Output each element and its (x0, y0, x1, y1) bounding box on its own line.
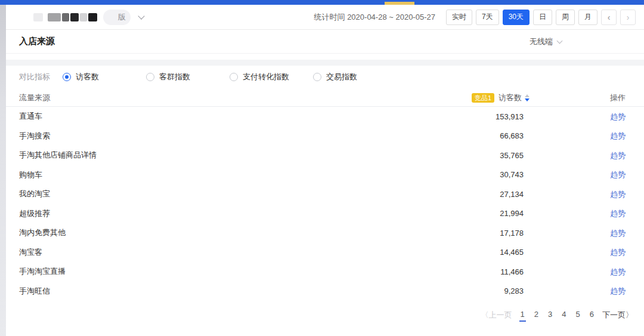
trend-link[interactable]: 趋势 (610, 131, 626, 140)
radio-icon (313, 73, 321, 81)
page-number-5[interactable]: 5 (575, 309, 581, 322)
chevron-down-icon[interactable] (138, 13, 144, 19)
trend-link[interactable]: 趋势 (610, 170, 626, 179)
radio-label: 客群指数 (159, 72, 190, 82)
range-button-month[interactable]: 月 (578, 10, 597, 25)
pagination: 〈上一页 1 2 3 4 5 6 下一页〉 (481, 307, 644, 323)
trend-link[interactable]: 趋势 (610, 151, 626, 160)
sort-asc-icon (525, 94, 530, 97)
source-cell: 手淘其他店铺商品详情 (19, 150, 428, 161)
radio-customer-index[interactable]: 客群指数 (146, 72, 230, 82)
source-cell: 我的淘宝 (19, 189, 428, 199)
sort-icon[interactable] (525, 94, 530, 101)
source-cell: 超级推荐 (19, 208, 428, 219)
page-number-2[interactable]: 2 (533, 309, 540, 322)
visitors-cell: 30,743 (428, 170, 524, 179)
redaction-block (48, 13, 61, 21)
top-accent-bar (0, 0, 644, 5)
shop-version-pill: 版 (103, 10, 131, 25)
visitors-cell: 35,765 (428, 151, 524, 160)
table-row: 手淘搜索 66,683 趋势 (6, 127, 644, 146)
table-row: 手淘其他店铺商品详情 35,765 趋势 (6, 146, 644, 165)
trend-link[interactable]: 趋势 (610, 286, 626, 295)
radio-label: 支付转化指数 (243, 72, 289, 82)
table-row: 淘宝客 14,465 趋势 (6, 243, 644, 263)
range-button-day[interactable]: 日 (533, 10, 552, 25)
visitors-cell: 21,994 (428, 209, 524, 218)
radio-trade-index[interactable]: 交易指数 (313, 72, 397, 82)
source-cell: 淘内免费其他 (19, 227, 428, 238)
radio-visitors[interactable]: 访客数 (63, 72, 146, 82)
device-filter-dropdown[interactable]: 无线端 (530, 36, 562, 47)
visitors-cell: 17,178 (428, 229, 524, 238)
competitor-badge: 竞品1 (472, 93, 494, 103)
column-source: 流量来源 (19, 93, 472, 103)
table-header: 流量来源 竞品1 访客数 操作 (6, 90, 644, 107)
table-row: 淘内免费其他 17,178 趋势 (6, 223, 644, 243)
radio-label: 访客数 (76, 72, 99, 82)
source-cell: 淘宝客 (19, 247, 428, 258)
section-header: 入店来源 无线端 (6, 30, 644, 54)
redacted-shop-name[interactable]: 版 (33, 10, 144, 25)
range-button-7d[interactable]: 7天 (476, 10, 499, 25)
column-action: 操作 (600, 93, 636, 103)
next-page-button[interactable]: 下一页〉 (602, 310, 633, 320)
page-number-6[interactable]: 6 (589, 309, 595, 322)
source-cell: 手淘淘宝直播 (19, 266, 428, 277)
table-row: 手淘旺信 9,283 趋势 (6, 282, 644, 301)
range-button-realtime[interactable]: 实时 (446, 10, 472, 25)
sort-desc-icon (525, 98, 530, 101)
page-edge-strip (0, 5, 6, 336)
table-row: 超级推荐 21,994 趋势 (6, 204, 644, 224)
visitors-cell: 9,283 (428, 286, 524, 295)
range-button-30d[interactable]: 30天 (503, 10, 530, 25)
source-cell: 直通车 (19, 111, 428, 122)
trend-link[interactable]: 趋势 (610, 190, 626, 199)
trend-link[interactable]: 趋势 (610, 229, 626, 238)
device-filter-value: 无线端 (530, 36, 553, 47)
prev-page-button[interactable]: 〈上一页 (481, 310, 512, 320)
redaction-block (70, 13, 79, 21)
source-cell: 购物车 (19, 169, 428, 180)
source-cell: 手淘搜索 (19, 131, 428, 141)
visitors-cell: 66,683 (428, 131, 524, 140)
radio-icon (63, 73, 71, 81)
source-cell: 手淘旺信 (19, 286, 428, 297)
prev-period-button[interactable]: ‹ (601, 10, 617, 25)
chevron-down-icon (557, 38, 563, 44)
compare-metric-label: 对比指标 (19, 72, 63, 82)
analytics-page: 版 统计时间 2020-04-28 ~ 2020-05-27 实时 7天 30天… (0, 0, 644, 336)
visitors-cell: 11,466 (428, 267, 524, 276)
traffic-source-table: 直通车 153,913 趋势 手淘搜索 66,683 趋势 手淘其他店铺商品详情… (6, 107, 644, 301)
visitors-cell: 153,913 (428, 112, 524, 121)
radio-icon (146, 73, 154, 81)
trend-link[interactable]: 趋势 (610, 267, 626, 276)
page-number-4[interactable]: 4 (561, 309, 567, 322)
trend-link[interactable]: 趋势 (610, 112, 626, 121)
table-row: 直通车 153,913 趋势 (6, 107, 644, 127)
redaction-block (62, 13, 69, 21)
visitors-cell: 27,134 (428, 190, 524, 199)
trend-link[interactable]: 趋势 (610, 248, 626, 257)
redaction-block (33, 13, 43, 21)
stat-time-range: 统计时间 2020-04-28 ~ 2020-05-27 (314, 12, 435, 23)
table-row: 手淘淘宝直播 11,466 趋势 (6, 262, 644, 282)
range-button-week[interactable]: 周 (556, 10, 575, 25)
redaction-block (88, 13, 97, 21)
date-range-buttons: 实时 7天 30天 日 周 月 (446, 10, 597, 25)
metric-column-label: 访客数 (499, 93, 522, 103)
table-row: 购物车 30,743 趋势 (6, 165, 644, 185)
page-number-1[interactable]: 1 (519, 309, 526, 322)
page-number-3[interactable]: 3 (547, 309, 553, 322)
table-row: 我的淘宝 27,134 趋势 (6, 184, 644, 204)
page-title: 入店来源 (19, 36, 55, 47)
trend-link[interactable]: 趋势 (610, 209, 626, 218)
page-header: 版 统计时间 2020-04-28 ~ 2020-05-27 实时 7天 30天… (6, 5, 644, 30)
radio-pay-conversion-index[interactable]: 支付转化指数 (230, 72, 313, 82)
section-divider-band (6, 60, 644, 66)
redaction-block (80, 13, 87, 21)
radio-label: 交易指数 (326, 72, 357, 82)
radio-icon (230, 73, 238, 81)
next-period-button[interactable]: › (620, 10, 636, 25)
compare-metric-row: 对比指标 访客数 客群指数 支付转化指数 交易指数 (6, 67, 644, 87)
